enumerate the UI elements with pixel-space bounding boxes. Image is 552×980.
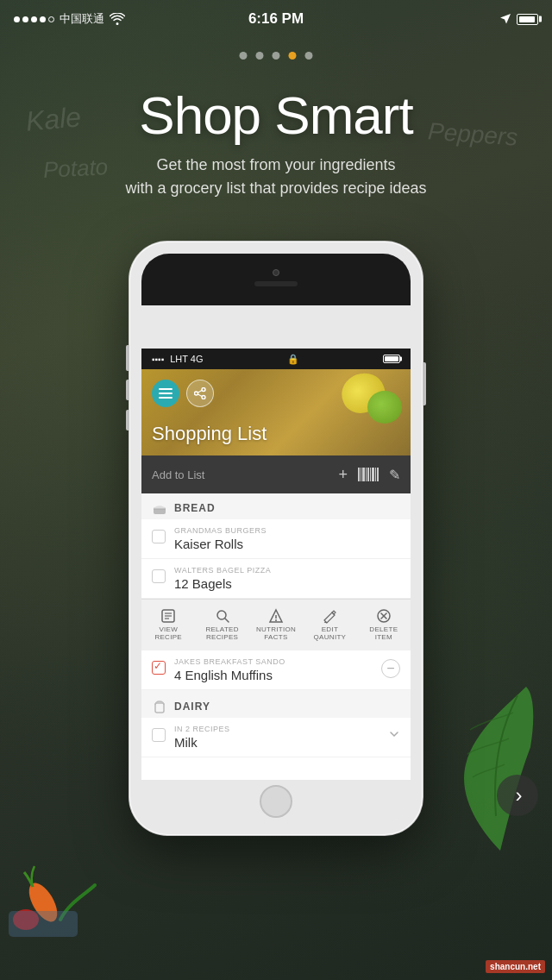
delete-item-button[interactable]: DELETEITEM (357, 608, 411, 642)
svg-line-18 (225, 619, 229, 622)
related-recipes-button[interactable]: RELATEDRECIPES (195, 608, 248, 642)
bagels-name: 12 Bagels (174, 576, 400, 591)
inner-status-bar: ▪▪▪▪ LHT 4G 🔒 (141, 349, 411, 369)
view-recipe-button[interactable]: VIEWRECIPE (141, 608, 195, 642)
phone-home-area (141, 780, 411, 823)
menu-button[interactable] (152, 380, 179, 407)
location-icon (499, 13, 511, 25)
earpiece-speaker (254, 281, 298, 286)
share-button[interactable] (186, 380, 214, 407)
inner-battery-fill (385, 356, 398, 361)
edit-pencil-icon[interactable]: ✎ (389, 467, 400, 483)
english-muffins-inner: JAKES BREAKFAST SANDO 4 English Muffins … (152, 657, 400, 682)
milk-expand-icon[interactable] (388, 728, 400, 740)
signal-dot-1 (14, 16, 20, 22)
phone-outer-case: ▪▪▪▪ LHT 4G 🔒 (129, 242, 423, 835)
barcode-icon[interactable] (358, 467, 379, 482)
next-arrow-icon: › (516, 783, 523, 807)
volume-up-button[interactable] (126, 380, 129, 400)
page-dot-5[interactable] (305, 52, 313, 60)
inner-lock-icon: 🔒 (287, 354, 299, 365)
svg-rect-2 (9, 911, 78, 937)
english-muffins-checkbox[interactable] (152, 661, 166, 675)
page-dots[interactable] (240, 52, 313, 60)
add-plus-icon[interactable]: + (338, 467, 348, 482)
phone-mockup: ▪▪▪▪ LHT 4G 🔒 (129, 242, 423, 835)
carrier-label: 中国联通 (60, 11, 104, 27)
view-recipe-icon (160, 608, 176, 624)
add-to-list-label: Add to List (152, 468, 328, 481)
bagels-item: WALTERS BAGEL PIZZA 12 Bagels (141, 559, 411, 599)
kaiser-rolls-item: GRANDMAS BURGERS Kaiser Rolls (141, 519, 411, 559)
search-icon (215, 608, 230, 624)
status-time: 6:16 PM (248, 10, 304, 28)
list-header-title: Shopping List (152, 423, 267, 445)
milk-checkbox[interactable] (152, 728, 166, 742)
hamburger-icon (159, 388, 172, 399)
page-dot-2[interactable] (256, 52, 264, 60)
edit-quantity-button[interactable]: EDITQAUNITY (303, 608, 356, 642)
inner-status-left: ▪▪▪▪ LHT 4G (152, 354, 204, 364)
bread-category-icon (152, 500, 167, 516)
signal-dot-3 (31, 16, 37, 22)
kaiser-rolls-details: GRANDMAS BURGERS Kaiser Rolls (174, 526, 400, 551)
leaf-decoration (457, 678, 535, 851)
view-recipe-label: VIEWRECIPE (154, 626, 182, 642)
signal-dot-4 (40, 16, 46, 22)
front-camera (273, 269, 279, 276)
svg-line-10 (198, 394, 203, 397)
battery-fill (519, 16, 535, 22)
kaiser-rolls-checkbox[interactable] (152, 530, 166, 543)
bread-category-label: BREAD (174, 502, 216, 514)
list-content: BREAD GRANDMAS BURGERS Kaiser Rolls (141, 493, 411, 757)
inner-signal: ▪▪▪▪ (152, 355, 164, 364)
kaiser-rolls-name: Kaiser Rolls (174, 537, 400, 551)
svg-rect-5 (159, 397, 172, 399)
share-icon (194, 387, 206, 399)
bagels-details: WALTERS BAGEL PIZZA 12 Bagels (174, 566, 400, 591)
mute-button[interactable] (126, 349, 129, 365)
svg-rect-3 (159, 388, 172, 390)
watermark: shancun.net (486, 960, 545, 973)
svg-line-9 (198, 391, 203, 393)
related-recipes-label: RELATEDRECIPES (205, 626, 238, 642)
bagels-checkbox[interactable] (152, 569, 166, 583)
svg-point-7 (202, 396, 205, 399)
page-dot-3[interactable] (273, 52, 280, 60)
lime-fruit (367, 391, 402, 424)
bagels-inner: WALTERS BAGEL PIZZA 12 Bagels (152, 566, 400, 591)
dairy-category-header: DAIRY (141, 692, 411, 718)
home-button[interactable] (260, 785, 292, 818)
edit-quantity-label: EDITQAUNITY (314, 626, 347, 642)
svg-point-8 (195, 392, 198, 395)
hero-title: Shop Smart (34, 86, 518, 145)
svg-rect-4 (159, 393, 172, 394)
inner-battery (383, 355, 400, 363)
action-toolbar: VIEWRECIPE RELATEDRECIPES (141, 599, 411, 650)
add-to-list-bar[interactable]: Add to List + ✎ (141, 455, 411, 493)
delete-icon (376, 608, 392, 624)
phone-ear-area (254, 269, 298, 286)
nutrition-facts-button[interactable]: NUTRITIONFACTS (249, 608, 303, 642)
page-dot-1[interactable] (240, 52, 248, 60)
phone-screen: ▪▪▪▪ LHT 4G 🔒 (141, 349, 411, 780)
english-muffins-item: JAKES BREAKFAST SANDO 4 English Muffins … (141, 650, 411, 690)
status-left-group: 中国联通 (14, 11, 125, 27)
milk-name: Milk (174, 735, 380, 750)
milk-item: IN 2 RECIPES Milk (141, 718, 411, 757)
english-muffins-minus[interactable]: − (381, 659, 400, 678)
bread-category-header: BREAD (141, 493, 411, 519)
svg-point-21 (275, 619, 277, 621)
bagels-recipe: WALTERS BAGEL PIZZA (174, 566, 400, 575)
next-page-button[interactable]: › (497, 775, 538, 816)
english-muffins-recipe: JAKES BREAKFAST SANDO (174, 657, 373, 666)
inner-carrier: LHT 4G (170, 354, 203, 364)
signal-dot-2 (22, 16, 28, 22)
milk-inner: IN 2 RECIPES Milk (152, 725, 400, 750)
volume-down-button[interactable] (126, 410, 129, 430)
kaiser-rolls-recipe: GRANDMAS BURGERS (174, 526, 400, 535)
system-status-bar: 中国联通 6:16 PM (0, 0, 552, 38)
list-header: Shopping List (141, 369, 411, 455)
svg-point-6 (202, 388, 205, 392)
page-dot-4[interactable] (289, 52, 297, 60)
